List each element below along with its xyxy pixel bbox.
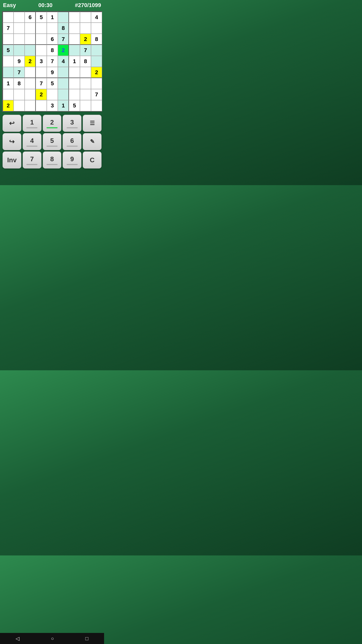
key-clear-button[interactable]: C: [83, 151, 102, 169]
cell-8-2[interactable]: [25, 100, 36, 111]
key-number-button[interactable]: 1: [23, 115, 41, 132]
cell-3-0[interactable]: 5: [3, 45, 14, 56]
cell-4-8[interactable]: [91, 56, 102, 67]
cell-1-5[interactable]: 8: [58, 23, 69, 34]
cell-1-7[interactable]: [80, 23, 91, 34]
cell-2-3[interactable]: [36, 34, 47, 45]
cell-8-3[interactable]: [36, 100, 47, 111]
cell-4-2[interactable]: 2: [25, 56, 36, 67]
cell-2-4[interactable]: 6: [47, 34, 58, 45]
cell-5-7[interactable]: [80, 67, 91, 78]
key-pencil-button[interactable]: ✎: [83, 133, 102, 150]
cell-3-7[interactable]: 7: [80, 45, 91, 56]
cell-6-6[interactable]: [69, 78, 80, 89]
cell-1-3[interactable]: [36, 23, 47, 34]
cell-0-8[interactable]: 4: [91, 12, 102, 23]
cell-2-7[interactable]: 2: [80, 34, 91, 45]
cell-4-4[interactable]: 7: [47, 56, 58, 67]
cell-3-1[interactable]: [14, 45, 25, 56]
cell-0-3[interactable]: 5: [36, 12, 47, 23]
cell-3-6[interactable]: [69, 45, 80, 56]
cell-7-8[interactable]: 7: [91, 89, 102, 100]
key-redo-button[interactable]: ↪: [3, 133, 21, 150]
cell-4-1[interactable]: 9: [14, 56, 25, 67]
cell-8-8[interactable]: [91, 100, 102, 111]
cell-7-7[interactable]: [80, 89, 91, 100]
cell-3-4[interactable]: 8: [47, 45, 58, 56]
key-number-button[interactable]: 3: [63, 115, 81, 132]
cell-4-0[interactable]: [3, 56, 14, 67]
cell-4-6[interactable]: 1: [69, 56, 80, 67]
cell-7-2[interactable]: [25, 89, 36, 100]
cell-1-2[interactable]: [25, 23, 36, 34]
cell-2-2[interactable]: [25, 34, 36, 45]
key-inv-button[interactable]: Inv: [3, 151, 21, 169]
cell-0-4[interactable]: 1: [47, 12, 58, 23]
cell-2-1[interactable]: [14, 34, 25, 45]
cell-0-5[interactable]: [58, 12, 69, 23]
cell-2-5[interactable]: 7: [58, 34, 69, 45]
cell-3-5[interactable]: 2: [58, 45, 69, 56]
key-number-button[interactable]: 7: [23, 151, 41, 169]
cell-0-0[interactable]: [3, 12, 14, 23]
key-number-button[interactable]: 4: [23, 133, 41, 150]
key-number-button[interactable]: 8: [43, 151, 62, 169]
key-number-label: 9: [70, 155, 74, 163]
key-number-button[interactable]: 5: [43, 133, 62, 150]
key-number-button[interactable]: 9: [63, 151, 81, 169]
cell-5-8[interactable]: 2: [91, 67, 102, 78]
cell-2-8[interactable]: 8: [91, 34, 102, 45]
cell-6-7[interactable]: [80, 78, 91, 89]
cell-6-3[interactable]: 7: [36, 78, 47, 89]
cell-3-8[interactable]: [91, 45, 102, 56]
key-number-button[interactable]: 2: [43, 115, 62, 132]
cell-1-1[interactable]: [14, 23, 25, 34]
key-undo-button[interactable]: ↩: [3, 115, 21, 132]
cell-2-6[interactable]: [69, 34, 80, 45]
cell-0-2[interactable]: 6: [25, 12, 36, 23]
cell-7-0[interactable]: [3, 89, 14, 100]
cell-5-2[interactable]: [25, 67, 36, 78]
cell-6-1[interactable]: 8: [14, 78, 25, 89]
cell-5-1[interactable]: 7: [14, 67, 25, 78]
cell-5-0[interactable]: [3, 67, 14, 78]
cell-1-0[interactable]: 7: [3, 23, 14, 34]
cell-6-4[interactable]: 5: [47, 78, 58, 89]
cell-6-5[interactable]: [58, 78, 69, 89]
cell-7-5[interactable]: [58, 89, 69, 100]
cell-5-4[interactable]: 9: [47, 67, 58, 78]
key-number-label: 7: [30, 155, 34, 163]
cell-3-2[interactable]: [25, 45, 36, 56]
cell-1-8[interactable]: [91, 23, 102, 34]
cell-4-7[interactable]: 8: [80, 56, 91, 67]
cell-1-4[interactable]: [47, 23, 58, 34]
cell-3-3[interactable]: [36, 45, 47, 56]
cell-7-4[interactable]: [47, 89, 58, 100]
cell-1-6[interactable]: [69, 23, 80, 34]
cell-8-7[interactable]: [80, 100, 91, 111]
cell-7-6[interactable]: [69, 89, 80, 100]
cell-4-5[interactable]: 4: [58, 56, 69, 67]
cell-0-7[interactable]: [80, 12, 91, 23]
cell-4-3[interactable]: 3: [36, 56, 47, 67]
timer-label: 00:30: [38, 2, 53, 9]
cell-8-1[interactable]: [14, 100, 25, 111]
cell-5-5[interactable]: [58, 67, 69, 78]
key-number-button[interactable]: 6: [63, 133, 81, 150]
cell-0-1[interactable]: [14, 12, 25, 23]
cell-5-6[interactable]: [69, 67, 80, 78]
cell-8-0[interactable]: 2: [3, 100, 14, 111]
cell-2-0[interactable]: [3, 34, 14, 45]
cell-5-3[interactable]: [36, 67, 47, 78]
cell-6-8[interactable]: [91, 78, 102, 89]
cell-6-0[interactable]: 1: [3, 78, 14, 89]
cell-8-5[interactable]: 1: [58, 100, 69, 111]
key-menu-button[interactable]: ☰: [83, 115, 102, 132]
cell-0-6[interactable]: [69, 12, 80, 23]
cell-6-2[interactable]: [25, 78, 36, 89]
cell-8-4[interactable]: 3: [47, 100, 58, 111]
cell-7-3[interactable]: 2: [36, 89, 47, 100]
cell-8-6[interactable]: 5: [69, 100, 80, 111]
key-clear-label: C: [90, 156, 95, 164]
cell-7-1[interactable]: [14, 89, 25, 100]
